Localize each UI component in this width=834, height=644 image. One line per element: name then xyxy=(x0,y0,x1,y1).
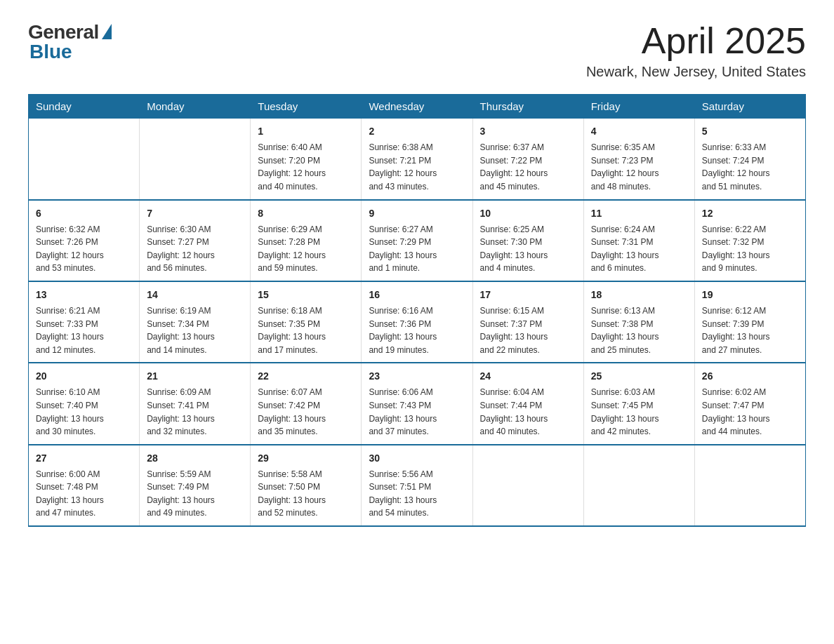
day-cell: 19Sunrise: 6:12 AM Sunset: 7:39 PM Dayli… xyxy=(694,281,805,363)
day-number: 18 xyxy=(591,288,687,302)
calendar-header-row: SundayMondayTuesdayWednesdayThursdayFrid… xyxy=(29,95,806,119)
day-cell: 29Sunrise: 5:58 AM Sunset: 7:50 PM Dayli… xyxy=(251,445,362,526)
day-cell: 26Sunrise: 6:02 AM Sunset: 7:47 PM Dayli… xyxy=(694,363,805,444)
day-cell xyxy=(694,445,805,526)
day-info: Sunrise: 5:59 AM Sunset: 7:49 PM Dayligh… xyxy=(147,468,243,520)
day-cell: 2Sunrise: 6:38 AM Sunset: 7:21 PM Daylig… xyxy=(362,119,472,200)
header-saturday: Saturday xyxy=(694,95,805,119)
month-title: April 2025 xyxy=(586,21,806,61)
day-info: Sunrise: 6:00 AM Sunset: 7:48 PM Dayligh… xyxy=(36,468,132,520)
day-info: Sunrise: 6:25 AM Sunset: 7:30 PM Dayligh… xyxy=(480,223,576,275)
day-number: 17 xyxy=(480,288,576,302)
day-info: Sunrise: 6:19 AM Sunset: 7:34 PM Dayligh… xyxy=(147,304,243,356)
day-info: Sunrise: 6:35 AM Sunset: 7:23 PM Dayligh… xyxy=(591,141,687,193)
day-number: 19 xyxy=(702,288,798,302)
header-friday: Friday xyxy=(583,95,694,119)
day-cell: 14Sunrise: 6:19 AM Sunset: 7:34 PM Dayli… xyxy=(140,281,251,363)
day-number: 15 xyxy=(258,288,354,302)
day-info: Sunrise: 6:15 AM Sunset: 7:37 PM Dayligh… xyxy=(480,304,576,356)
day-number: 2 xyxy=(369,124,465,139)
day-number: 21 xyxy=(147,369,243,384)
day-number: 10 xyxy=(480,206,576,221)
day-number: 23 xyxy=(369,369,465,384)
day-cell: 15Sunrise: 6:18 AM Sunset: 7:35 PM Dayli… xyxy=(251,281,362,363)
day-number: 13 xyxy=(36,288,132,302)
day-cell: 10Sunrise: 6:25 AM Sunset: 7:30 PM Dayli… xyxy=(472,200,583,281)
day-number: 16 xyxy=(369,288,465,302)
day-cell: 30Sunrise: 5:56 AM Sunset: 7:51 PM Dayli… xyxy=(362,445,472,526)
day-cell: 18Sunrise: 6:13 AM Sunset: 7:38 PM Dayli… xyxy=(583,281,694,363)
day-cell: 1Sunrise: 6:40 AM Sunset: 7:20 PM Daylig… xyxy=(251,119,362,200)
day-info: Sunrise: 6:06 AM Sunset: 7:43 PM Dayligh… xyxy=(369,386,465,438)
day-info: Sunrise: 6:12 AM Sunset: 7:39 PM Dayligh… xyxy=(702,304,798,356)
day-info: Sunrise: 6:38 AM Sunset: 7:21 PM Dayligh… xyxy=(369,141,465,193)
day-number: 8 xyxy=(258,206,354,221)
day-cell: 7Sunrise: 6:30 AM Sunset: 7:27 PM Daylig… xyxy=(140,200,251,281)
day-info: Sunrise: 6:16 AM Sunset: 7:36 PM Dayligh… xyxy=(369,304,465,356)
calendar-table: SundayMondayTuesdayWednesdayThursdayFrid… xyxy=(28,94,806,527)
day-number: 28 xyxy=(147,451,243,466)
day-number: 22 xyxy=(258,369,354,384)
day-number: 9 xyxy=(369,206,465,221)
header-wednesday: Wednesday xyxy=(362,95,472,119)
location-text: Newark, New Jersey, United States xyxy=(586,64,806,80)
day-cell: 3Sunrise: 6:37 AM Sunset: 7:22 PM Daylig… xyxy=(472,119,583,200)
day-cell: 11Sunrise: 6:24 AM Sunset: 7:31 PM Dayli… xyxy=(583,200,694,281)
page-header: General Blue April 2025 Newark, New Jers… xyxy=(28,21,806,80)
header-monday: Monday xyxy=(140,95,251,119)
day-cell: 16Sunrise: 6:16 AM Sunset: 7:36 PM Dayli… xyxy=(362,281,472,363)
day-info: Sunrise: 6:30 AM Sunset: 7:27 PM Dayligh… xyxy=(147,223,243,275)
day-cell: 9Sunrise: 6:27 AM Sunset: 7:29 PM Daylig… xyxy=(362,200,472,281)
day-number: 1 xyxy=(258,124,354,139)
day-cell xyxy=(140,119,251,200)
day-cell xyxy=(583,445,694,526)
day-info: Sunrise: 5:58 AM Sunset: 7:50 PM Dayligh… xyxy=(258,468,354,520)
header-sunday: Sunday xyxy=(29,95,140,119)
day-number: 20 xyxy=(36,369,132,384)
day-info: Sunrise: 6:10 AM Sunset: 7:40 PM Dayligh… xyxy=(36,386,132,438)
day-info: Sunrise: 6:04 AM Sunset: 7:44 PM Dayligh… xyxy=(480,386,576,438)
week-row-5: 27Sunrise: 6:00 AM Sunset: 7:48 PM Dayli… xyxy=(29,445,806,526)
day-info: Sunrise: 6:37 AM Sunset: 7:22 PM Dayligh… xyxy=(480,141,576,193)
day-info: Sunrise: 6:32 AM Sunset: 7:26 PM Dayligh… xyxy=(36,223,132,275)
day-cell: 17Sunrise: 6:15 AM Sunset: 7:37 PM Dayli… xyxy=(472,281,583,363)
day-cell: 24Sunrise: 6:04 AM Sunset: 7:44 PM Dayli… xyxy=(472,363,583,444)
logo-triangle-icon xyxy=(102,24,112,39)
day-number: 24 xyxy=(480,369,576,384)
day-cell xyxy=(472,445,583,526)
day-info: Sunrise: 6:03 AM Sunset: 7:45 PM Dayligh… xyxy=(591,386,687,438)
day-cell: 8Sunrise: 6:29 AM Sunset: 7:28 PM Daylig… xyxy=(251,200,362,281)
day-number: 11 xyxy=(591,206,687,221)
day-number: 5 xyxy=(702,124,798,139)
day-number: 27 xyxy=(36,451,132,466)
week-row-4: 20Sunrise: 6:10 AM Sunset: 7:40 PM Dayli… xyxy=(29,363,806,444)
day-info: Sunrise: 6:27 AM Sunset: 7:29 PM Dayligh… xyxy=(369,223,465,275)
day-info: Sunrise: 6:40 AM Sunset: 7:20 PM Dayligh… xyxy=(258,141,354,193)
day-info: Sunrise: 6:13 AM Sunset: 7:38 PM Dayligh… xyxy=(591,304,687,356)
day-info: Sunrise: 6:33 AM Sunset: 7:24 PM Dayligh… xyxy=(702,141,798,193)
day-cell: 21Sunrise: 6:09 AM Sunset: 7:41 PM Dayli… xyxy=(140,363,251,444)
day-number: 4 xyxy=(591,124,687,139)
day-info: Sunrise: 6:24 AM Sunset: 7:31 PM Dayligh… xyxy=(591,223,687,275)
day-number: 29 xyxy=(258,451,354,466)
day-info: Sunrise: 6:29 AM Sunset: 7:28 PM Dayligh… xyxy=(258,223,354,275)
day-cell: 25Sunrise: 6:03 AM Sunset: 7:45 PM Dayli… xyxy=(583,363,694,444)
day-cell: 23Sunrise: 6:06 AM Sunset: 7:43 PM Dayli… xyxy=(362,363,472,444)
day-info: Sunrise: 5:56 AM Sunset: 7:51 PM Dayligh… xyxy=(369,468,465,520)
title-area: April 2025 Newark, New Jersey, United St… xyxy=(586,21,806,80)
day-info: Sunrise: 6:09 AM Sunset: 7:41 PM Dayligh… xyxy=(147,386,243,438)
day-info: Sunrise: 6:07 AM Sunset: 7:42 PM Dayligh… xyxy=(258,386,354,438)
day-info: Sunrise: 6:18 AM Sunset: 7:35 PM Dayligh… xyxy=(258,304,354,356)
header-tuesday: Tuesday xyxy=(251,95,362,119)
day-cell xyxy=(29,119,140,200)
day-info: Sunrise: 6:02 AM Sunset: 7:47 PM Dayligh… xyxy=(702,386,798,438)
week-row-3: 13Sunrise: 6:21 AM Sunset: 7:33 PM Dayli… xyxy=(29,281,806,363)
day-number: 6 xyxy=(36,206,132,221)
day-number: 3 xyxy=(480,124,576,139)
day-number: 26 xyxy=(702,369,798,384)
day-cell: 20Sunrise: 6:10 AM Sunset: 7:40 PM Dayli… xyxy=(29,363,140,444)
day-number: 25 xyxy=(591,369,687,384)
logo-blue-text: Blue xyxy=(28,41,72,63)
day-number: 12 xyxy=(702,206,798,221)
day-info: Sunrise: 6:22 AM Sunset: 7:32 PM Dayligh… xyxy=(702,223,798,275)
